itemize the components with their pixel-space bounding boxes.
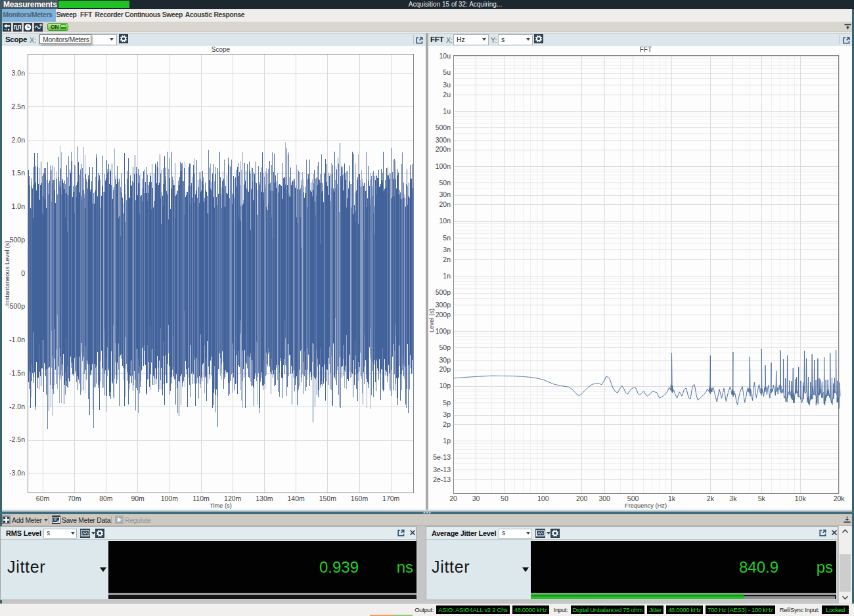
svg-text:160m: 160m — [351, 495, 369, 502]
svg-text:1u: 1u — [443, 107, 451, 115]
svg-text:3e-13: 3e-13 — [433, 466, 451, 473]
svg-text:5e-13: 5e-13 — [433, 453, 451, 461]
svg-text:1k: 1k — [668, 495, 676, 502]
svg-text:2k: 2k — [707, 495, 715, 502]
svg-text:-1.0n: -1.0n — [9, 336, 25, 343]
svg-text:3n: 3n — [443, 246, 451, 253]
svg-text:1.0n: 1.0n — [12, 202, 26, 210]
svg-text:20n: 20n — [439, 200, 451, 208]
svg-text:150m: 150m — [319, 495, 337, 502]
svg-text:500n: 500n — [436, 123, 451, 131]
svg-text:500: 500 — [627, 495, 639, 502]
svg-text:50p: 50p — [439, 343, 451, 351]
svg-text:90m: 90m — [131, 495, 145, 502]
svg-text:500p: 500p — [436, 288, 451, 296]
svg-text:-3.0n: -3.0n — [9, 469, 25, 477]
svg-text:Time (s): Time (s) — [210, 502, 232, 509]
svg-text:0: 0 — [21, 269, 25, 277]
svg-text:Scope: Scope — [212, 46, 231, 53]
svg-text:3p: 3p — [443, 410, 451, 418]
svg-text:110m: 110m — [192, 495, 210, 502]
svg-text:3k: 3k — [729, 495, 737, 502]
svg-text:5k: 5k — [758, 495, 766, 502]
svg-text:FFT: FFT — [640, 46, 652, 53]
svg-text:Level (s): Level (s) — [428, 309, 435, 332]
svg-text:200p: 200p — [436, 311, 451, 319]
svg-text:20p: 20p — [439, 365, 451, 373]
svg-text:-2.0n: -2.0n — [9, 403, 25, 410]
svg-text:100p: 100p — [436, 327, 451, 335]
svg-text:100n: 100n — [436, 162, 451, 170]
svg-text:2.0n: 2.0n — [12, 136, 26, 144]
svg-text:5u: 5u — [443, 68, 451, 76]
svg-text:10u: 10u — [439, 52, 451, 60]
svg-text:1.5n: 1.5n — [12, 169, 26, 177]
svg-text:100: 100 — [537, 495, 549, 502]
svg-text:1p: 1p — [443, 437, 451, 445]
svg-text:200: 200 — [576, 495, 588, 502]
svg-text:10k: 10k — [795, 495, 807, 502]
svg-text:100m: 100m — [161, 495, 179, 502]
svg-text:30p: 30p — [439, 356, 451, 364]
svg-text:300p: 300p — [436, 301, 451, 309]
svg-text:2e-13: 2e-13 — [433, 475, 451, 483]
svg-text:500p: 500p — [10, 236, 26, 244]
svg-text:70m: 70m — [68, 495, 81, 502]
svg-text:60m: 60m — [36, 495, 50, 502]
svg-text:50n: 50n — [439, 179, 451, 187]
svg-text:170m: 170m — [382, 495, 400, 502]
svg-text:300: 300 — [598, 495, 610, 502]
svg-text:Frequency (Hz): Frequency (Hz) — [625, 502, 667, 509]
svg-text:-2.5n: -2.5n — [9, 435, 25, 443]
svg-text:30: 30 — [472, 495, 480, 502]
svg-text:-1.5n: -1.5n — [9, 369, 25, 377]
svg-text:1n: 1n — [443, 272, 451, 280]
svg-text:3.0n: 3.0n — [12, 69, 26, 77]
svg-text:120m: 120m — [224, 495, 242, 502]
svg-text:3u: 3u — [443, 81, 451, 89]
svg-text:5n: 5n — [443, 234, 451, 242]
svg-text:2u: 2u — [443, 91, 451, 99]
svg-text:300n: 300n — [436, 136, 451, 144]
svg-text:50: 50 — [501, 495, 508, 502]
svg-text:Instantaneous Level (s): Instantaneous Level (s) — [3, 241, 11, 306]
svg-text:2p: 2p — [443, 420, 451, 428]
svg-text:80m: 80m — [99, 495, 113, 502]
svg-text:10n: 10n — [439, 217, 451, 225]
svg-text:2.5n: 2.5n — [12, 102, 26, 110]
svg-text:130m: 130m — [256, 495, 273, 502]
svg-text:10p: 10p — [439, 382, 451, 389]
svg-text:200n: 200n — [436, 145, 451, 153]
svg-text:2n: 2n — [443, 255, 451, 263]
svg-text:20k: 20k — [834, 495, 845, 502]
svg-text:30n: 30n — [439, 190, 451, 198]
svg-text:5p: 5p — [443, 399, 451, 407]
svg-text:140m: 140m — [287, 495, 305, 502]
svg-text:20: 20 — [449, 495, 457, 502]
